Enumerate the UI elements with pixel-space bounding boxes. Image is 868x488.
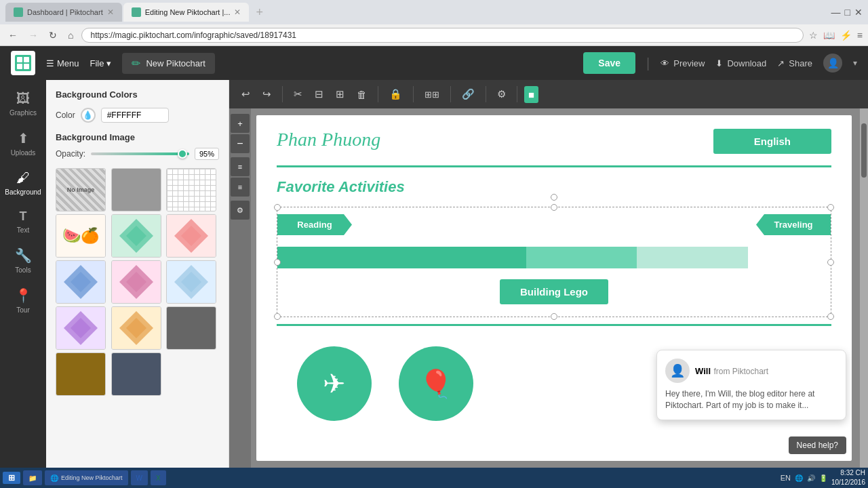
tab-close-dashboard[interactable]: ✕ [107, 7, 114, 17]
handle-bm[interactable] [551, 313, 557, 320]
pattern-dark2[interactable] [111, 352, 161, 396]
settings-icon[interactable]: ≡ [857, 30, 863, 41]
pattern-no-image[interactable]: No Image [56, 168, 106, 211]
link-button[interactable]: 🔗 [458, 85, 479, 103]
network-icon: 🌐 [795, 474, 803, 482]
chat-name: Will [695, 366, 711, 376]
pattern-blue-diamonds[interactable] [56, 260, 106, 304]
pattern-light-diamonds[interactable] [166, 260, 216, 304]
sidebar-item-text[interactable]: T Text [3, 204, 43, 239]
back-button[interactable]: ← [5, 28, 20, 42]
align-left-button[interactable]: ≡ [231, 157, 250, 176]
handle-bl[interactable] [274, 313, 281, 320]
color-input[interactable] [101, 108, 169, 123]
logo[interactable] [11, 51, 35, 75]
building-lego-label[interactable]: Building Lego [500, 279, 608, 304]
share-action[interactable]: ↗ Share [777, 58, 812, 68]
opacity-thumb[interactable] [178, 149, 187, 159]
user-avatar[interactable]: 👤 [823, 54, 842, 73]
canvas-scrollbar[interactable] [860, 108, 868, 468]
toolbar-sep-3 [413, 86, 414, 102]
sidebar-item-background[interactable]: 🖌 Background [3, 165, 43, 201]
handle-br[interactable] [827, 313, 834, 320]
handle-mr[interactable] [827, 259, 834, 266]
pattern-orange-diamonds[interactable] [111, 306, 161, 350]
tab-editing[interactable]: Editing New Piktochart |... ✕ [123, 3, 250, 22]
bar-row [277, 247, 831, 268]
sidebar-item-tour[interactable]: 📍 Tour [3, 282, 43, 319]
star-icon[interactable]: ☆ [809, 30, 818, 41]
file-button[interactable]: File ▾ [90, 58, 112, 68]
menu-button[interactable]: ☰ Menu [46, 58, 79, 68]
need-help-button[interactable]: Need help? [789, 436, 846, 454]
english-badge[interactable]: English [713, 129, 831, 154]
grid-button[interactable]: ⊞⊞ [420, 87, 443, 102]
opacity-slider[interactable] [91, 152, 189, 155]
tab-new[interactable]: + [250, 3, 269, 22]
handle-tr[interactable] [827, 204, 834, 211]
undo-button[interactable]: ↩ [237, 85, 254, 103]
transform-button[interactable]: ⚙ [493, 85, 510, 103]
pattern-pink-diamonds[interactable] [111, 260, 161, 304]
download-action[interactable]: ⬇ Download [715, 58, 766, 68]
selected-area[interactable]: Reading Traveling Building Lego [277, 207, 831, 317]
canvas-area[interactable]: + − ≡ ≡ ⚙ Phan Phuong English Favorite A… [229, 108, 868, 468]
taskbar-word[interactable]: W [131, 470, 148, 485]
handle-ml[interactable] [274, 259, 281, 266]
address-bar[interactable]: https://magic.piktochart.com/infographic… [81, 28, 803, 43]
paste-button[interactable]: ⊞ [332, 85, 349, 103]
lock-button[interactable]: 🔒 [385, 85, 406, 103]
activity-reading-label[interactable]: Reading [277, 214, 352, 235]
copy-button[interactable]: ⊟ [311, 85, 328, 103]
preview-action[interactable]: 👁 Preview [660, 58, 705, 68]
cut-button[interactable]: ✂ [290, 85, 307, 103]
browser-tabs-bar: Dashboard | Piktochart ✕ Editing New Pik… [0, 0, 868, 24]
pattern-dark1[interactable] [166, 306, 216, 350]
tab-dashboard[interactable]: Dashboard | Piktochart ✕ [5, 3, 122, 22]
reader-icon[interactable]: 📖 [823, 30, 835, 41]
forward-button[interactable]: → [26, 28, 41, 42]
browser-restore[interactable]: □ [845, 7, 850, 18]
redo-button[interactable]: ↪ [258, 85, 275, 103]
bar-medium [526, 247, 637, 268]
refresh-button[interactable]: ↻ [46, 28, 60, 42]
extensions-icon[interactable]: ⚡ [840, 30, 852, 41]
chat-identity: Will from Piktochart [695, 365, 768, 377]
title-box[interactable]: ✏ New Piktochart [122, 53, 214, 74]
handle-tl[interactable] [274, 204, 281, 211]
taskbar-file-explorer[interactable]: 📁 [23, 470, 42, 485]
zoom-out-button[interactable]: − [231, 134, 250, 153]
handle-top-center [551, 194, 557, 201]
browser-minimize[interactable]: — [831, 7, 841, 18]
activity-traveling-label[interactable]: Traveling [756, 214, 831, 235]
start-button[interactable]: ⊞ [3, 472, 20, 484]
zoom-in-button[interactable]: + [231, 114, 250, 133]
taskbar-excel[interactable]: X [151, 470, 166, 485]
pattern-grey[interactable] [111, 168, 161, 211]
preview-label: Preview [673, 58, 705, 68]
pattern-purple-diamonds[interactable] [56, 306, 106, 350]
square-tool-button[interactable]: ■ [524, 86, 538, 103]
save-button[interactable]: Save [583, 52, 635, 74]
home-button[interactable]: ⌂ [65, 28, 76, 42]
grid-fill [167, 169, 216, 211]
browser-close[interactable]: ✕ [854, 7, 863, 18]
pattern-teal-diamonds[interactable] [111, 214, 161, 258]
plane-icon-circle[interactable]: ✈ [297, 346, 372, 421]
align-center-button[interactable]: ≡ [231, 178, 250, 197]
pattern-white-grid[interactable] [166, 168, 216, 211]
tab-close-editing[interactable]: ✕ [234, 7, 241, 17]
sidebar-item-graphics[interactable]: 🖼 Graphics [3, 85, 43, 122]
pattern-brown[interactable] [56, 352, 106, 396]
delete-button[interactable]: 🗑 [353, 86, 371, 103]
scrollbar-thumb[interactable] [861, 123, 867, 178]
handle-tm[interactable] [551, 204, 557, 211]
sidebar-item-tools[interactable]: 🔧 Tools [3, 242, 43, 279]
pattern-coral-diamonds[interactable] [166, 214, 216, 258]
taskbar-chrome[interactable]: 🌐 Editing New Piktochart [45, 470, 128, 485]
color-swatch[interactable]: 💧 [81, 108, 96, 123]
pattern-fruits[interactable]: 🍉🍊 [56, 214, 106, 258]
idea-icon-circle[interactable]: 🎈 [399, 346, 473, 421]
sidebar-item-uploads[interactable]: ⬆ Uploads [3, 125, 43, 162]
settings-mini-button[interactable]: ⚙ [231, 201, 250, 220]
